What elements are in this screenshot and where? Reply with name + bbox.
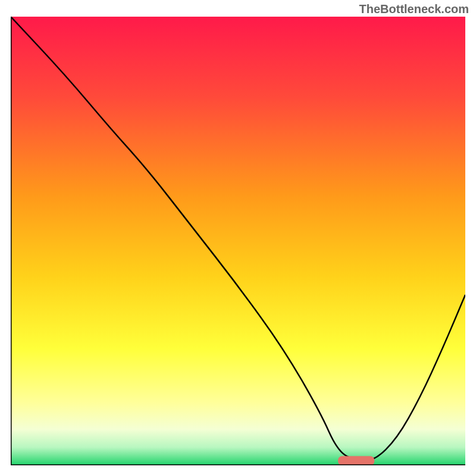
optimal-marker	[338, 456, 374, 465]
watermark-text: TheBottleneck.com	[359, 2, 469, 16]
gradient-background	[11, 17, 465, 465]
chart-svg	[11, 17, 465, 465]
chart-container: TheBottleneck.com	[0, 0, 476, 476]
